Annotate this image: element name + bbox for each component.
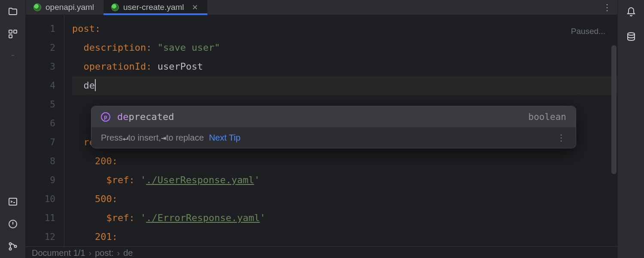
breadcrumb[interactable]: Document 1/1›post:›de: [26, 246, 617, 258]
more-icon[interactable]: [7, 51, 18, 62]
svg-rect-6: [9, 198, 17, 205]
tab-openapi[interactable]: openapi.yaml: [26, 0, 103, 15]
problems-icon[interactable]: [7, 218, 18, 230]
tab-user-create[interactable]: user-create.yaml ✕: [103, 0, 207, 15]
completion-popup: p deprecated boolean Press ↵ to insert, …: [91, 106, 576, 148]
yaml-file-icon: [111, 3, 119, 11]
svg-rect-1: [14, 30, 17, 33]
yaml-file-icon: [33, 3, 41, 11]
completion-item-deprecated[interactable]: p deprecated boolean: [91, 106, 576, 127]
activity-bar: [0, 0, 26, 258]
line-numbers: 123 456 789 101112: [26, 15, 64, 246]
tab-overflow-icon[interactable]: ⋮: [597, 0, 617, 15]
completion-label: deprecated: [117, 111, 174, 122]
svg-point-8: [9, 243, 11, 245]
next-tip-link[interactable]: Next Tip: [209, 133, 240, 143]
project-icon[interactable]: [7, 6, 18, 17]
right-toolbar: [617, 0, 644, 258]
svg-point-11: [628, 33, 635, 35]
database-icon[interactable]: [625, 31, 637, 43]
close-icon[interactable]: ✕: [192, 3, 198, 12]
property-icon: p: [101, 112, 110, 122]
svg-point-9: [9, 248, 11, 250]
editor-tabs: openapi.yaml user-create.yaml ✕ ⋮: [26, 0, 617, 15]
completion-type: boolean: [528, 112, 566, 122]
svg-point-4: [12, 55, 13, 55]
svg-rect-0: [9, 30, 12, 33]
vertical-scrollbar[interactable]: [611, 45, 617, 174]
structure-icon[interactable]: [7, 28, 18, 40]
svg-point-10: [14, 246, 16, 248]
svg-point-5: [13, 55, 14, 55]
tab-label: user-create.yaml: [123, 3, 184, 12]
completion-hint: Press ↵ to insert, ⇥ to replace Next Tip…: [91, 127, 576, 148]
vcs-icon[interactable]: [7, 241, 18, 252]
editor-main: openapi.yaml user-create.yaml ✕ ⋮ Paused…: [26, 0, 617, 258]
notifications-icon[interactable]: [625, 6, 637, 18]
svg-point-3: [12, 55, 12, 55]
completion-settings-icon[interactable]: ⋮: [557, 132, 566, 143]
tab-label: openapi.yaml: [46, 3, 94, 12]
terminal-icon[interactable]: [7, 196, 18, 207]
svg-rect-2: [9, 35, 12, 38]
